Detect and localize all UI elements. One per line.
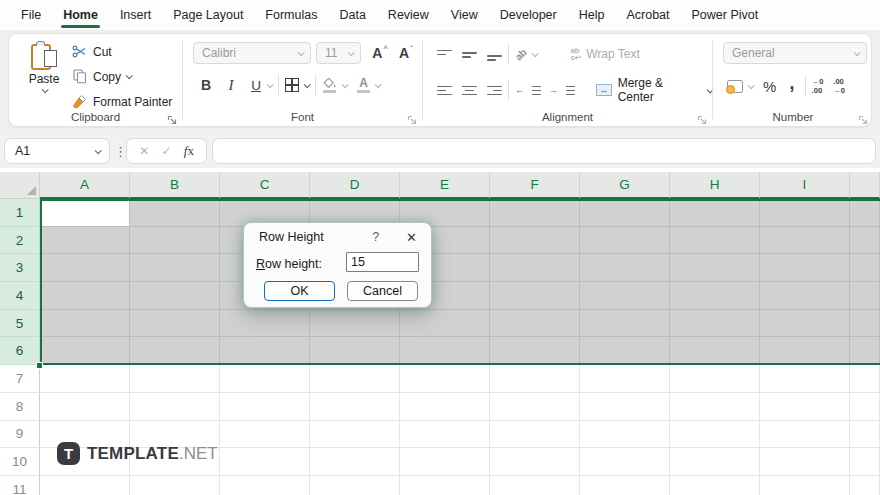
copy-dropdown-icon[interactable]	[126, 72, 133, 79]
fill-color-dropdown-icon[interactable]	[342, 81, 349, 88]
cell-C10[interactable]	[220, 448, 310, 476]
clipboard-dialog-launcher-icon[interactable]	[167, 111, 177, 121]
cell-G6[interactable]	[580, 337, 670, 365]
row-header-2[interactable]: 2	[0, 227, 40, 255]
cell-partial-10[interactable]	[850, 448, 880, 476]
cell-H2[interactable]	[670, 227, 760, 255]
cell-C9[interactable]	[220, 421, 310, 449]
cancel-entry-icon[interactable]: ✕	[139, 144, 149, 158]
cell-I10[interactable]	[760, 448, 850, 476]
cell-G9[interactable]	[580, 421, 670, 449]
cell-B7[interactable]	[130, 365, 220, 393]
cell-A8[interactable]	[40, 393, 130, 421]
cell-A5[interactable]	[40, 310, 130, 338]
top-align-icon[interactable]	[437, 48, 452, 61]
cell-partial-2[interactable]	[850, 227, 880, 255]
row-header-11[interactable]: 11	[0, 476, 40, 495]
cell-F2[interactable]	[490, 227, 580, 255]
cell-B8[interactable]	[130, 393, 220, 421]
cell-F5[interactable]	[490, 310, 580, 338]
cell-E6[interactable]	[400, 337, 490, 365]
cell-B11[interactable]	[130, 476, 220, 495]
column-header-G[interactable]: G	[580, 172, 670, 199]
fill-color-button[interactable]	[322, 78, 337, 93]
cell-G4[interactable]	[580, 282, 670, 310]
row-header-3[interactable]: 3	[0, 254, 40, 282]
menu-tab-help[interactable]: Help	[568, 0, 616, 30]
column-header-C[interactable]: C	[220, 172, 310, 199]
cancel-button[interactable]: Cancel	[347, 281, 418, 301]
cell-G2[interactable]	[580, 227, 670, 255]
column-header-F[interactable]: F	[490, 172, 580, 199]
close-icon[interactable]: ✕	[406, 230, 417, 245]
cell-I7[interactable]	[760, 365, 850, 393]
column-header-partial[interactable]	[850, 172, 880, 199]
increase-font-size-button[interactable]: A^	[371, 42, 389, 64]
bold-button[interactable]: B	[197, 74, 215, 96]
column-header-A[interactable]: A	[40, 172, 130, 199]
borders-icon[interactable]	[285, 78, 299, 92]
cell-I5[interactable]	[760, 310, 850, 338]
cell-G10[interactable]	[580, 448, 670, 476]
cell-G1[interactable]	[580, 199, 670, 227]
accounting-format-icon[interactable]	[727, 80, 743, 93]
row-header-8[interactable]: 8	[0, 393, 40, 421]
font-color-button[interactable]: A	[357, 77, 370, 93]
cell-partial-8[interactable]	[850, 393, 880, 421]
select-all-button[interactable]	[0, 172, 40, 199]
borders-dropdown-icon[interactable]	[304, 81, 311, 88]
cell-B3[interactable]	[130, 254, 220, 282]
cell-F1[interactable]	[490, 199, 580, 227]
cell-A6[interactable]	[40, 337, 130, 365]
cell-H5[interactable]	[670, 310, 760, 338]
cell-H11[interactable]	[670, 476, 760, 495]
accounting-dropdown-icon[interactable]	[748, 82, 755, 89]
cell-C6[interactable]	[220, 337, 310, 365]
name-box[interactable]: A1	[4, 138, 110, 164]
italic-button[interactable]: I	[222, 74, 240, 96]
cell-H10[interactable]	[670, 448, 760, 476]
font-name-select[interactable]: Calibri	[193, 42, 311, 64]
menu-tab-home[interactable]: Home	[52, 0, 109, 30]
ok-button[interactable]: OK	[264, 281, 335, 301]
cell-partial-9[interactable]	[850, 421, 880, 449]
row-header-9[interactable]: 9	[0, 421, 40, 449]
cell-B6[interactable]	[130, 337, 220, 365]
cut-button[interactable]: Cut	[71, 39, 172, 64]
cell-E9[interactable]	[400, 421, 490, 449]
cell-partial-4[interactable]	[850, 282, 880, 310]
copy-button[interactable]: Copy	[71, 64, 172, 89]
cell-I8[interactable]	[760, 393, 850, 421]
font-dialog-launcher-icon[interactable]	[407, 111, 417, 121]
cell-A3[interactable]	[40, 254, 130, 282]
row-height-input[interactable]	[346, 252, 419, 272]
menu-tab-developer[interactable]: Developer	[489, 0, 568, 30]
insert-function-icon[interactable]: fx	[184, 143, 194, 159]
cell-D6[interactable]	[310, 337, 400, 365]
name-box-dropdown-icon[interactable]	[95, 147, 102, 154]
row-header-1[interactable]: 1	[0, 199, 40, 227]
merge-center-label[interactable]: Merge & Center	[618, 76, 698, 104]
column-header-H[interactable]: H	[670, 172, 760, 199]
wrap-text-label[interactable]: Wrap Text	[586, 47, 640, 61]
cell-G7[interactable]	[580, 365, 670, 393]
help-icon[interactable]: ?	[372, 230, 379, 244]
menu-tab-power-pivot[interactable]: Power Pivot	[681, 0, 770, 30]
cell-I3[interactable]	[760, 254, 850, 282]
cell-partial-7[interactable]	[850, 365, 880, 393]
cell-I11[interactable]	[760, 476, 850, 495]
decrease-font-size-button[interactable]: Aˇ	[397, 42, 415, 64]
cell-D9[interactable]	[310, 421, 400, 449]
middle-align-icon[interactable]	[462, 48, 477, 61]
cell-G8[interactable]	[580, 393, 670, 421]
cell-F8[interactable]	[490, 393, 580, 421]
cell-A7[interactable]	[40, 365, 130, 393]
cell-partial-3[interactable]	[850, 254, 880, 282]
font-size-select[interactable]: 11	[316, 42, 361, 64]
menu-tab-data[interactable]: Data	[328, 0, 376, 30]
alignment-dialog-launcher-icon[interactable]	[697, 111, 707, 121]
cell-G5[interactable]	[580, 310, 670, 338]
cell-I2[interactable]	[760, 227, 850, 255]
cell-C8[interactable]	[220, 393, 310, 421]
column-header-I[interactable]: I	[760, 172, 850, 199]
